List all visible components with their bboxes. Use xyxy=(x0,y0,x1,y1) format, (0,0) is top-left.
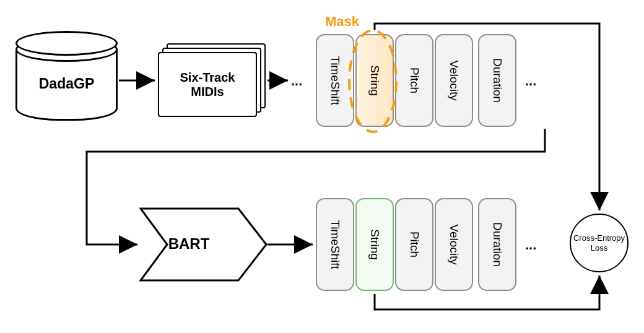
bart-label: BART xyxy=(139,235,238,253)
diagram-stage: DadaGP Six-Track MIDIs ... TimeShift Str… xyxy=(0,0,644,333)
loss-label-line2: Loss xyxy=(591,243,607,253)
dataset-label: DadaGP xyxy=(15,76,118,92)
token-label: Duration xyxy=(490,58,504,103)
token-label: Velocity xyxy=(447,224,461,264)
token-label: Velocity xyxy=(447,60,461,100)
ellipsis-top-right: ... xyxy=(525,73,536,89)
dataset-cylinder: DadaGP xyxy=(15,37,118,121)
token-label: Duration xyxy=(490,222,504,267)
midi-box-label: Six-Track MIDIs xyxy=(163,71,252,99)
loss-node: Cross-Entropy Loss xyxy=(570,214,629,272)
token-duration-bot: Duration xyxy=(478,198,516,291)
token-label: String xyxy=(368,229,381,260)
token-string-bot-output: String xyxy=(355,198,394,291)
midi-stack: Six-Track MIDIs xyxy=(158,43,266,118)
ellipsis-bot-right: ... xyxy=(525,237,536,253)
svg-point-0 xyxy=(349,30,396,132)
mask-oval xyxy=(344,26,401,136)
token-label: TimeShift xyxy=(328,220,342,269)
cylinder-ring-upper xyxy=(15,31,118,56)
token-pitch-bot: Pitch xyxy=(395,198,433,291)
token-label: TimeShift xyxy=(328,56,342,105)
token-label: Pitch xyxy=(407,231,421,257)
token-velocity-bot: Velocity xyxy=(435,198,473,291)
loss-label-line1: Cross-Entropy xyxy=(573,233,625,243)
token-timeshift-bot: TimeShift xyxy=(316,198,354,291)
ellipsis-top-left: ... xyxy=(291,73,302,89)
token-label: Pitch xyxy=(407,67,421,93)
token-duration-top: Duration xyxy=(478,34,516,127)
token-velocity-top: Velocity xyxy=(435,34,473,127)
stack-page-front: Six-Track MIDIs xyxy=(158,52,257,117)
